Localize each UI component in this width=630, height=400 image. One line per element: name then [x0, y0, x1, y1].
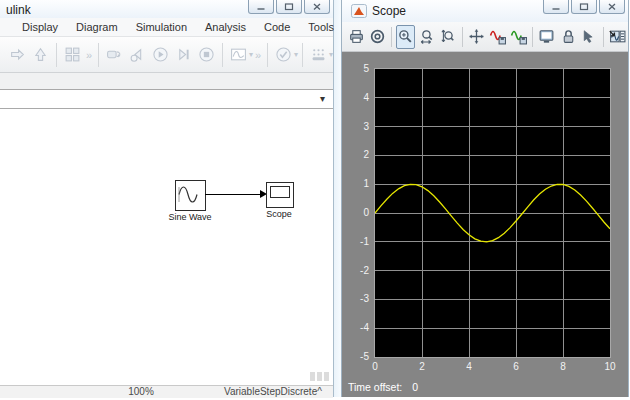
simulink-statusbar: 100% VariableStepDiscrete^	[0, 385, 333, 398]
solver-name: VariableStepDiscrete^	[224, 386, 322, 397]
window-gap	[334, 0, 341, 397]
minimize-button[interactable]	[248, 0, 274, 14]
y-tick-label: -3	[342, 293, 369, 304]
update-diagram-icon[interactable]	[273, 43, 294, 67]
run-icon[interactable]	[150, 43, 171, 67]
lock-axes-icon[interactable]	[558, 25, 577, 49]
model-canvas[interactable]: Sine Wave Scope	[0, 110, 333, 385]
overflow-chevron-icon[interactable]: »	[84, 49, 94, 61]
toolbar-separator	[391, 27, 392, 47]
y-tick-label: 1	[342, 178, 369, 189]
x-tick-label: 6	[504, 361, 528, 372]
menu-diagram[interactable]: Diagram	[67, 19, 127, 35]
sine-wave-block-label: Sine Wave	[160, 212, 220, 222]
time-offset-label: Time offset:	[348, 381, 402, 393]
toolbar-separator	[98, 43, 99, 67]
sine-wave-block[interactable]	[175, 180, 206, 211]
breadcrumb[interactable]: ▾	[0, 89, 333, 109]
window-title: Scope	[372, 4, 406, 18]
save-axes-icon[interactable]	[488, 25, 507, 49]
dropdown-arrow-icon[interactable]: ▾	[329, 50, 333, 59]
y-tick-label: -1	[342, 236, 369, 247]
time-offset-value: 0	[412, 381, 418, 393]
toolbar-separator	[267, 43, 268, 67]
scope-plot-svg	[375, 69, 610, 357]
scope-toolbar	[342, 22, 628, 52]
time-offset-status: Time offset: 0	[348, 381, 418, 393]
build-icon[interactable]	[308, 43, 329, 67]
chevron-down-icon[interactable]: ▾	[320, 93, 325, 104]
y-tick-label: 5	[342, 63, 369, 74]
scope-block[interactable]	[266, 182, 294, 208]
x-tick-label: 4	[457, 361, 481, 372]
up-arrow-icon[interactable]	[30, 43, 51, 67]
toolbar-separator	[532, 27, 533, 47]
signal-selection-icon[interactable]	[580, 25, 599, 49]
scope-plot[interactable]	[374, 68, 611, 358]
parameters-icon[interactable]	[368, 25, 387, 49]
y-tick-label: -2	[342, 265, 369, 276]
library-browser-icon[interactable]	[62, 43, 83, 67]
signal-wire[interactable]	[205, 194, 261, 195]
toolbar-separator	[302, 43, 303, 67]
scope-plot-frame: 543210-1-2-3-4-50246810 Time offset: 0	[342, 52, 628, 397]
y-tick-label: -4	[342, 322, 369, 333]
x-tick-label: 8	[551, 361, 575, 372]
x-tick-label: 0	[363, 361, 387, 372]
scope-block-label: Scope	[250, 209, 308, 219]
x-tick-label: 2	[410, 361, 434, 372]
toolbar-lower-strip	[0, 73, 333, 89]
menu-code[interactable]: Code	[255, 19, 299, 35]
maximize-button[interactable]	[571, 0, 597, 14]
y-tick-label: 3	[342, 121, 369, 132]
zoom-y-icon[interactable]	[439, 25, 458, 49]
y-tick-label: 0	[342, 207, 369, 218]
minimize-button[interactable]	[543, 0, 569, 14]
menu-display[interactable]: Display	[13, 19, 67, 35]
y-tick-label: 4	[342, 92, 369, 103]
simulation-display-icon[interactable]	[228, 43, 249, 67]
simulink-model-window: ulink DisplayDiagramSimulationAnalysisCo…	[0, 0, 334, 397]
forward-arrow-icon[interactable]	[7, 43, 28, 67]
window-title: ulink	[6, 3, 31, 17]
menubar: DisplayDiagramSimulationAnalysisCodeTool…	[0, 18, 333, 37]
step-back-icon[interactable]	[127, 43, 148, 67]
restore-axes-icon[interactable]	[509, 25, 528, 49]
toolbar-separator	[462, 27, 463, 47]
x-tick-label: 10	[598, 361, 622, 372]
menu-analysis[interactable]: Analysis	[196, 19, 255, 35]
autoscale-icon[interactable]	[467, 25, 486, 49]
simulink-titlebar[interactable]: ulink	[0, 0, 333, 18]
close-button[interactable]	[304, 0, 330, 14]
zoom-icon[interactable]	[396, 25, 415, 49]
dock-icon[interactable]	[606, 26, 624, 44]
close-button[interactable]	[599, 0, 625, 14]
simulink-toolbar: »▾»▾▾	[0, 37, 333, 73]
scope-screen-glyph	[270, 186, 290, 198]
maximize-button[interactable]	[276, 0, 302, 14]
toolbar-separator	[603, 27, 604, 47]
scope-window: Scope 543210-1-2-3-4-50246810 Time offse…	[341, 0, 629, 397]
scope-titlebar[interactable]: Scope	[342, 0, 628, 23]
floating-scope-icon[interactable]	[537, 25, 556, 49]
overflow-chevron-icon[interactable]: »	[253, 49, 263, 61]
matlab-app-icon	[351, 4, 367, 18]
sine-wave-glyph	[176, 181, 203, 208]
zoom-x-icon[interactable]	[417, 25, 436, 49]
y-tick-label: 2	[342, 149, 369, 160]
zoom-level: 100%	[118, 386, 164, 397]
toolbar-separator	[56, 43, 57, 67]
menu-simulation[interactable]: Simulation	[127, 19, 196, 35]
stop-icon[interactable]	[196, 43, 217, 67]
print-icon[interactable]	[347, 25, 366, 49]
canvas-resize-grip[interactable]	[310, 372, 329, 381]
dropdown-arrow-icon[interactable]: ▾	[294, 50, 298, 59]
step-forward-icon[interactable]	[173, 43, 194, 67]
toolbar-separator	[222, 43, 223, 67]
fast-restart-icon[interactable]	[104, 43, 125, 67]
